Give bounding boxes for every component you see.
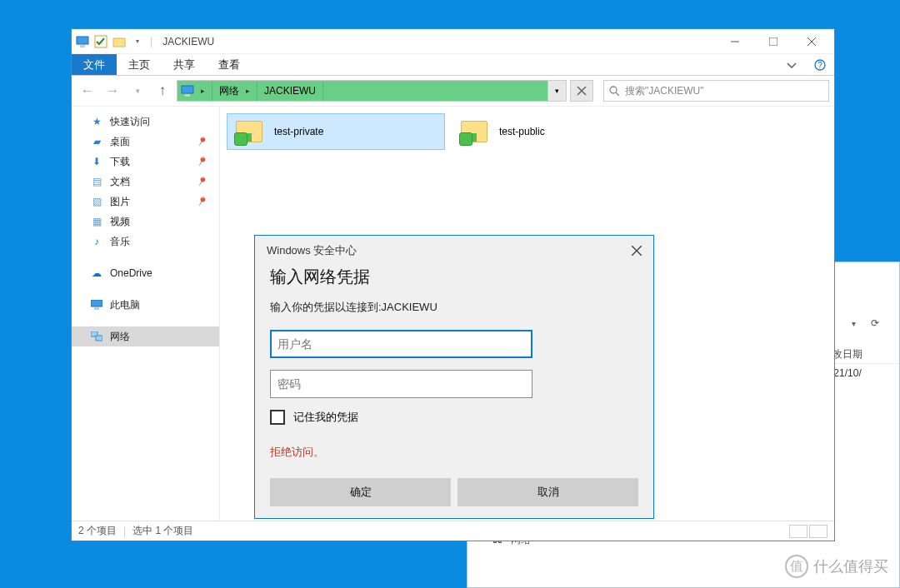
- titlebar: ▾ | JACKIEWU: [72, 29, 834, 54]
- cloud-icon: ☁: [90, 267, 103, 279]
- ok-button[interactable]: 确定: [270, 478, 451, 506]
- maximize-button[interactable]: [754, 29, 792, 54]
- search-input[interactable]: 搜索"JACKIEWU": [603, 80, 829, 102]
- svg-rect-5: [769, 37, 778, 46]
- sidebar-item-music[interactable]: ♪ 音乐: [72, 232, 219, 252]
- sidebar-item-desktop[interactable]: ▰ 桌面 📍: [72, 132, 219, 152]
- password-input[interactable]: [270, 370, 532, 398]
- sidebar-item-pictures[interactable]: ▧ 图片 📍: [72, 192, 219, 212]
- folder-label: test-public: [499, 126, 545, 137]
- folder-item-test-public[interactable]: test-public: [452, 113, 670, 150]
- help-icon[interactable]: ?: [806, 54, 834, 75]
- username-input[interactable]: [270, 330, 532, 358]
- sidebar-item-onedrive[interactable]: ☁ OneDrive: [72, 263, 219, 283]
- sidebar-item-label: 视频: [110, 215, 130, 229]
- sidebar-item-documents[interactable]: ▤ 文档 📍: [72, 172, 219, 192]
- address-segment-network[interactable]: 网络 ▸: [212, 81, 258, 101]
- svg-rect-16: [91, 300, 102, 306]
- chevron-right-icon: ▸: [201, 87, 205, 95]
- status-bar: 2 个项目 | 选中 1 个项目: [72, 521, 834, 541]
- breadcrumb-label: 网络: [219, 84, 239, 98]
- sidebar-item-videos[interactable]: ▦ 视频: [72, 212, 219, 232]
- sidebar-item-label: 下载: [110, 155, 130, 169]
- watermark: 值 什么值得买: [785, 555, 888, 578]
- folder-item-test-private[interactable]: test-private: [227, 113, 445, 150]
- search-icon: [609, 86, 620, 97]
- sidebar-item-label: 音乐: [110, 235, 130, 249]
- star-icon: ★: [90, 116, 103, 127]
- svg-text:?: ?: [818, 61, 822, 70]
- back-button[interactable]: ←: [77, 80, 98, 102]
- minimize-button[interactable]: [716, 29, 754, 54]
- monitor-icon: [181, 85, 194, 97]
- breadcrumb-label: JACKIEWU: [264, 85, 316, 97]
- dropdown-icon[interactable]: ▾: [844, 314, 862, 332]
- ribbon-expand-icon[interactable]: [778, 54, 806, 75]
- qat-dropdown-icon[interactable]: ▾: [130, 34, 145, 49]
- tab-share[interactable]: 共享: [162, 54, 207, 75]
- chevron-right-icon: ▸: [246, 87, 250, 95]
- network-icon: [90, 331, 103, 341]
- monitor-icon: [90, 300, 103, 310]
- remember-checkbox[interactable]: 记住我的凭据: [270, 410, 638, 425]
- svg-line-15: [616, 92, 619, 96]
- svg-rect-3: [113, 38, 125, 47]
- sidebar-item-label: 网络: [110, 330, 130, 344]
- checkbox-icon: [270, 410, 285, 425]
- sidebar-item-label: 此电脑: [110, 298, 140, 312]
- checkbox-label: 记住我的凭据: [293, 410, 358, 425]
- error-message: 拒绝访问。: [270, 445, 638, 460]
- dialog-titlebar: Windows 安全中心: [255, 236, 653, 266]
- music-icon: ♪: [90, 236, 103, 247]
- forward-button: →: [102, 80, 123, 102]
- view-large-button[interactable]: [809, 525, 828, 538]
- watermark-text: 什么值得买: [813, 556, 888, 576]
- pin-icon: 📍: [194, 174, 210, 189]
- up-button[interactable]: ↑: [152, 80, 173, 102]
- refresh-button[interactable]: [570, 80, 593, 102]
- folder-icon[interactable]: [112, 34, 127, 49]
- address-bar[interactable]: ▸ 网络 ▸ JACKIEWU ▾: [177, 80, 567, 102]
- credentials-dialog: Windows 安全中心 输入网络凭据 输入你的凭据以连接到:JACKIEWU …: [254, 235, 654, 519]
- video-icon: ▦: [90, 216, 103, 227]
- computer-icon: [75, 34, 90, 49]
- pictures-icon: ▧: [90, 196, 103, 207]
- tab-file[interactable]: 文件: [72, 54, 117, 75]
- shared-folder-icon: [458, 116, 491, 147]
- svg-point-14: [610, 87, 617, 93]
- shared-folder-icon: [232, 116, 266, 147]
- view-details-button[interactable]: [789, 525, 808, 538]
- checkbox-icon[interactable]: [93, 34, 108, 49]
- status-item-count: 2 个项目: [78, 524, 117, 538]
- sidebar-item-label: 图片: [110, 195, 130, 209]
- sidebar-item-label: OneDrive: [110, 267, 152, 279]
- document-icon: ▤: [90, 176, 103, 187]
- recent-dropdown-icon[interactable]: ▾: [127, 80, 148, 102]
- sidebar-item-downloads[interactable]: ⬇ 下载 📍: [72, 152, 219, 172]
- sidebar-item-this-pc[interactable]: 此电脑: [72, 295, 219, 315]
- separator: |: [150, 36, 152, 47]
- pin-icon: 📍: [194, 134, 210, 149]
- pin-icon: 📍: [194, 154, 210, 169]
- tab-view[interactable]: 查看: [207, 54, 252, 75]
- sidebar-item-label: 文档: [110, 175, 130, 189]
- svg-rect-11: [185, 94, 190, 97]
- sidebar-item-label: 桌面: [110, 135, 130, 149]
- svg-rect-0: [77, 37, 88, 44]
- tab-home[interactable]: 主页: [117, 54, 162, 75]
- close-button[interactable]: [792, 29, 831, 54]
- watermark-icon: 值: [785, 555, 808, 578]
- download-icon: ⬇: [90, 156, 103, 167]
- address-segment-host[interactable]: JACKIEWU: [258, 81, 323, 101]
- cancel-button[interactable]: 取消: [458, 478, 638, 506]
- sidebar-item-quick-access[interactable]: ★ 快速访问: [72, 112, 219, 132]
- window-title: JACKIEWU: [162, 36, 214, 47]
- sidebar-item-network[interactable]: 网络: [72, 326, 219, 346]
- refresh-icon[interactable]: ⟳: [864, 314, 886, 332]
- navigation-pane: ★ 快速访问 ▰ 桌面 📍 ⬇ 下载 📍 ▤ 文档 📍: [72, 107, 220, 521]
- address-dropdown-icon[interactable]: ▾: [548, 81, 566, 101]
- close-button[interactable]: [625, 241, 648, 261]
- address-segment-icon[interactable]: ▸: [178, 81, 212, 101]
- sidebar-item-label: 快速访问: [110, 115, 150, 129]
- search-placeholder: 搜索"JACKIEWU": [625, 84, 704, 98]
